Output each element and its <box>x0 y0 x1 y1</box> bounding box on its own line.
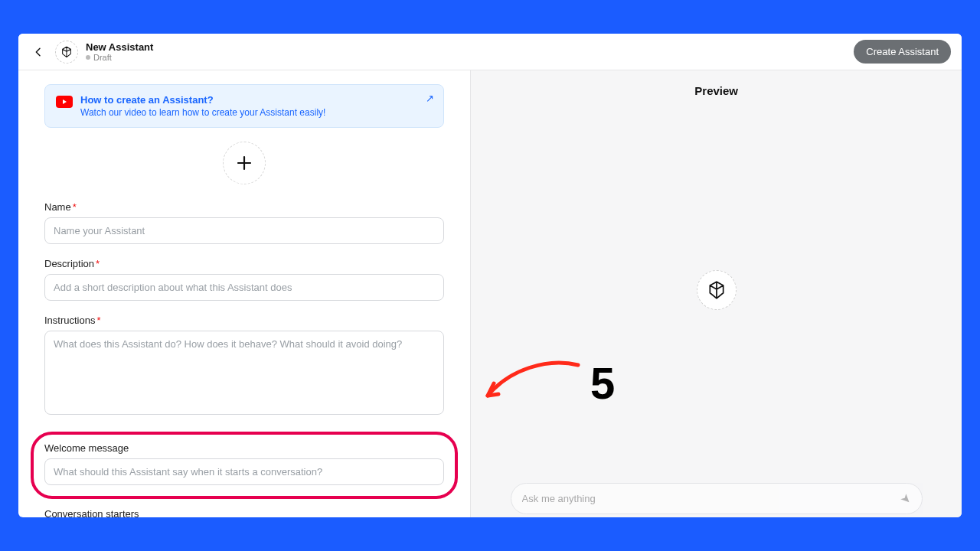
starters-field: Conversation starters <box>44 508 444 517</box>
description-label: Description* <box>44 258 444 269</box>
description-input[interactable] <box>44 274 444 301</box>
info-text: How to create an Assistant? Watch our vi… <box>80 94 325 118</box>
preview-panel: Preview ➤ <box>471 70 962 517</box>
app-window: New Assistant Draft Create Assistant How… <box>18 34 962 517</box>
status-dot-icon <box>86 55 90 60</box>
assistant-avatar-placeholder <box>55 41 78 64</box>
create-assistant-button[interactable]: Create Assistant <box>854 40 951 64</box>
welcome-field: Welcome message <box>44 442 444 485</box>
status-text: Draft <box>93 53 112 62</box>
name-input[interactable] <box>44 217 444 244</box>
add-avatar-button[interactable] <box>223 142 266 184</box>
back-button[interactable] <box>29 43 47 61</box>
info-title: How to create an Assistant? <box>80 94 325 106</box>
external-link-icon: ↗ <box>426 93 434 104</box>
welcome-label: Welcome message <box>44 442 444 454</box>
starters-label: Conversation starters <box>44 508 444 517</box>
instructions-label: Instructions* <box>44 315 444 326</box>
preview-title: Preview <box>694 84 738 97</box>
welcome-input[interactable] <box>44 458 444 485</box>
body-area: How to create an Assistant? Watch our vi… <box>18 70 962 517</box>
instructions-input[interactable] <box>44 331 444 415</box>
form-panel[interactable]: How to create an Assistant? Watch our vi… <box>18 70 471 517</box>
preview-center <box>471 97 962 483</box>
name-field: Name* <box>44 201 444 244</box>
preview-avatar-placeholder <box>697 270 737 310</box>
description-field: Description* <box>44 258 444 301</box>
info-subtitle: Watch our video to learn how to create y… <box>80 107 325 118</box>
welcome-message-highlight: Welcome message <box>31 432 458 499</box>
page-title: New Assistant <box>86 41 153 53</box>
top-bar: New Assistant Draft Create Assistant <box>18 34 962 70</box>
plus-icon <box>235 154 253 172</box>
status-badge: Draft <box>86 53 153 62</box>
preview-chat-input-wrap: ➤ <box>511 483 923 514</box>
instructions-field: Instructions* <box>44 315 444 418</box>
chevron-left-icon <box>32 46 44 58</box>
youtube-icon <box>56 96 73 108</box>
name-label: Name* <box>44 201 444 213</box>
cube-icon <box>707 280 727 300</box>
title-stack: New Assistant Draft <box>86 41 153 62</box>
preview-chat-input[interactable] <box>522 493 901 504</box>
info-card[interactable]: How to create an Assistant? Watch our vi… <box>44 84 444 128</box>
cube-icon <box>60 46 73 58</box>
